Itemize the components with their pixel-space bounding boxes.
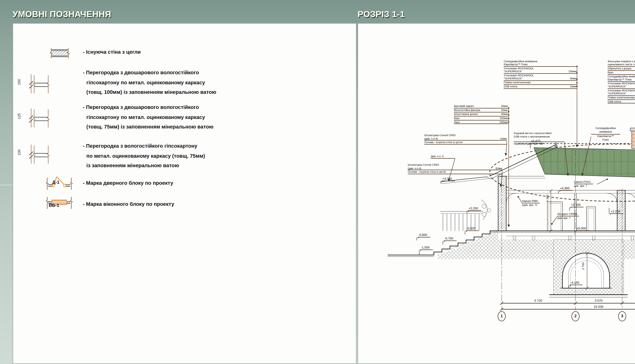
door-mark-label: Д-1	[52, 180, 60, 185]
table-row: Плівка поліетиленова	[504, 81, 577, 85]
table-row: Утеплювач ROCKWOOL"SUPERROCK"150мм	[608, 82, 635, 88]
cornice-p880-callout: Карниз Р880 (див. арк. 7)	[522, 199, 540, 206]
table-row: Лаги200мм	[454, 120, 508, 124]
dim-axis-2-3: 3 570	[588, 299, 608, 302]
table-row: Щитовий паркет25мм	[454, 104, 508, 108]
table-row: OSB плита16мм	[608, 100, 635, 104]
axis-bubble-3: 3	[618, 314, 626, 318]
table-row: Утеплювач ROCKWOOL"SUPERROCK"50мм	[608, 89, 635, 96]
window-mark-label: ВБ-1	[49, 203, 59, 208]
elevation-m0600: -0,600	[418, 232, 430, 238]
molding-cr516-callout: Молдинг CR516 див. арк. 7	[558, 212, 579, 220]
legend-item-brick: - Існуюча стіна з цегли	[83, 49, 140, 55]
elevation-0000: ±0,000	[576, 226, 589, 231]
table-row: Супердифузійна мембранаЄвробар'єр™ Плюс	[608, 75, 635, 82]
walkway-callout: Ходовий місток з вологостійкоїOSB плити …	[514, 132, 552, 138]
table-row: Утеплювач ROCKWOOL"SUPERROCK"150мм	[504, 67, 577, 74]
partition-150-icon	[23, 69, 49, 98]
table-row: Супердифузійна мембранаЄвробар'єр™ Плюс	[504, 60, 577, 67]
dim-total: 15 030	[588, 305, 608, 308]
legend-item-door-mark: - Марка дверного блоку по проекту	[83, 180, 173, 186]
elevation-m1550: -1,550	[420, 245, 433, 250]
elevation-2200: +2,200	[610, 209, 623, 214]
floor-layers-table: Щитовий паркет25мм Вологостійка фанера20…	[454, 104, 508, 124]
elevation-6470: +6,470	[530, 138, 544, 144]
membrane-callout-tail: Євробар'єр™Плюс	[591, 134, 620, 141]
legend-item-partition-75a: - Перегородка з двошарового вологостійко…	[83, 102, 213, 132]
axis-bubble-2: 2	[572, 314, 580, 318]
partition-dim-150: 150	[17, 76, 21, 88]
plaster-main-callout: Штукатурка Ceresit CR63 (див. п.п.4)50мм…	[408, 163, 502, 174]
axis-bubble-1: 1	[498, 314, 506, 318]
section-title: РОЗРІЗ 1-1	[358, 10, 405, 20]
legend-item-window-mark: - Марка віконного блоку по проекту	[83, 201, 174, 207]
partition-dim-125: 125	[17, 110, 21, 122]
elevation-3750: +3,750	[442, 176, 455, 181]
drawing-sheet: УМОВНІ ПОЗНАЧЕННЯ РОЗРІЗ 1-1	[0, 0, 635, 364]
table-row: Утеплювач ROCKWOOL"SUPERROCK"50мм	[504, 74, 577, 81]
partition-125-icon	[23, 104, 49, 132]
membrane-callout: Супердифузійнамембрана	[591, 126, 620, 133]
elevation-m0020-left: -0,020	[466, 226, 478, 231]
table-row: Брус150мм	[454, 116, 508, 120]
roof-layers-table-right: Фальцева покрівля з фарбованогооцинкован…	[608, 60, 635, 104]
elevation-2250: +2,250	[468, 206, 481, 211]
roof-layers-table-left: Супердифузійна мембранаЄвробар'єр™ Плюс …	[504, 60, 577, 89]
partition-100-icon	[23, 140, 49, 168]
table-row: Плівка поліетиленова	[608, 96, 635, 100]
elevation-4300: +4,300	[560, 186, 572, 191]
plaster-attic-callout: Штукатурка Ceresit CR63 (див. п.п.4)10мм…	[424, 134, 506, 145]
vdim-2750: 2 750	[582, 259, 584, 273]
table-row: Брус50мм	[608, 71, 635, 75]
legend-item-partition-75b: - Перегородка з вологостійкого гіпсокарт…	[83, 141, 205, 170]
see-note-5-left: Див. п.п. 5	[431, 155, 455, 158]
elevation-m0700: -0,700	[444, 236, 456, 241]
partition-dim-100: 100	[17, 146, 21, 158]
elevation-m4150: -4,150	[570, 280, 582, 285]
vdim-4300: 4 300	[546, 191, 549, 206]
table-row: Обрешітка з дощок30мм	[608, 67, 635, 71]
legend-item-partition-100: - Перегородка з двошарового вологостійко…	[83, 68, 216, 97]
brick-wall-hatch-icon	[49, 48, 71, 59]
table-row: Вологостійка фанера20мм	[454, 108, 508, 112]
elevation-2100-mid: +2,100	[570, 202, 584, 208]
table-row: Шпунтована дошка40мм	[454, 112, 508, 116]
table-row: Фальцева покрівля з фарбованогооцинкован…	[608, 60, 635, 67]
dim-axis-1-2: 5 720	[528, 299, 548, 302]
cornice-p2011-callout: Карниз Р2011 див. арк. 7	[574, 180, 593, 188]
legend-title: УМОВНІ ПОЗНАЧЕННЯ	[12, 10, 111, 20]
table-row: OSB плита16мм	[504, 85, 577, 88]
section-drawing	[358, 23, 635, 364]
